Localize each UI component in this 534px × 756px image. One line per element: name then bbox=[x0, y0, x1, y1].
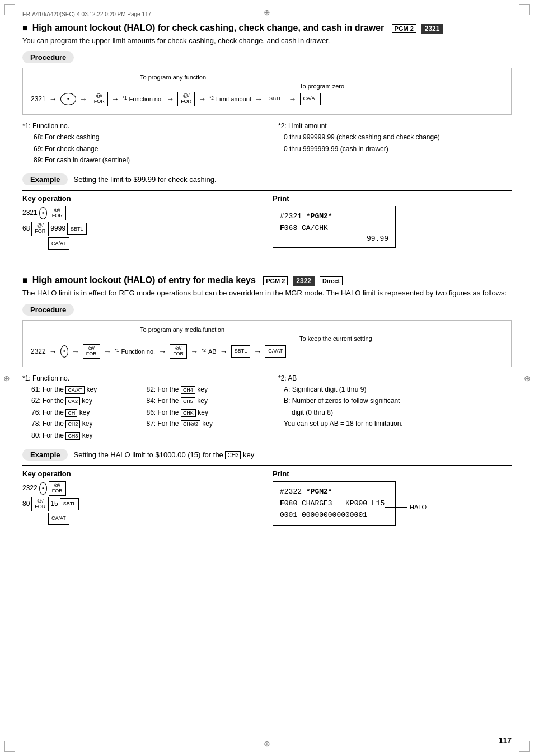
section2-note-l-i2: 62: For the CA2 key bbox=[31, 395, 141, 406]
flow1-arrow1: → bbox=[49, 95, 57, 104]
section2-ko-num3: 15 bbox=[50, 498, 58, 510]
section1-note-item1: 68: For check cashing bbox=[34, 132, 256, 143]
flow2-arrow2: → bbox=[72, 347, 79, 356]
section2-example-label: Example bbox=[22, 449, 68, 461]
flow1-star1: *1 bbox=[123, 95, 127, 103]
section2-badge-direct: Direct bbox=[320, 276, 343, 285]
section2-ko-row3: CA/AT bbox=[22, 513, 261, 525]
corner-br bbox=[519, 741, 530, 752]
corner-tr bbox=[519, 4, 530, 15]
flow1-arrow3: → bbox=[111, 95, 119, 104]
flow1-arrow7: → bbox=[289, 95, 297, 104]
flow2-ab-label: AB bbox=[208, 348, 217, 355]
section1-desc: You can program the upper limit amounts … bbox=[22, 36, 512, 45]
section2-note-r-items: A: Significant digit (1 thru 9) B: Numbe… bbox=[278, 384, 512, 430]
reg-mark-top: ⊕ bbox=[264, 8, 270, 17]
section2-note-l-i4: 78: For the CH2 key bbox=[31, 418, 141, 429]
flow1-arrow5: → bbox=[198, 95, 206, 104]
reg-mark-right: ⊕ bbox=[524, 374, 531, 383]
flow2-arrow6: → bbox=[220, 347, 228, 356]
section2-example-row: Example Setting the HALO limit to $1000.… bbox=[22, 449, 512, 461]
section1-ko-content: 2321 • @/ FOR 68 @/ FOR 9999 SBTL CA/AT bbox=[22, 206, 261, 250]
section2-receipt-line2: F080 CHARGE3 KP000 L15 bbox=[280, 498, 388, 510]
section1-print-title: Print bbox=[273, 194, 512, 203]
section1-notes-right: *2: Limit amount 0 thru 999999.99 (check… bbox=[278, 120, 512, 166]
section1-example-label: Example bbox=[22, 173, 68, 185]
section2-receipt-line1: #2322 *PGM2* bbox=[280, 486, 388, 498]
section1-ko-row2: 68 @/ FOR 9999 SBTL bbox=[22, 222, 261, 236]
section2-notes: *1: Function no. 61: For the CA/AT key 8… bbox=[22, 373, 512, 441]
flow1-for-key2: @/ FOR bbox=[177, 92, 195, 106]
flow1-for-key1: @/ FOR bbox=[91, 92, 108, 106]
reg-mark-left: ⊕ bbox=[3, 374, 10, 383]
section2-ko-row2: 80 @/ FOR 15 SBTL bbox=[22, 497, 261, 511]
section1-title: High amount lockout (HALO) for check cas… bbox=[22, 23, 512, 33]
section2-print-section: Print #2322 *PGM2* F080 CHARGE3 KP000 L1… bbox=[261, 465, 512, 526]
flow2-caat: CA/AT bbox=[265, 345, 286, 358]
section1-note-r-item2: 0 thru 9999999.99 (cash in drawer) bbox=[284, 143, 512, 154]
section1-note-r-item1: 0 thru 999999.99 (check cashing and chec… bbox=[284, 132, 512, 143]
flow1-func-label: Function no. bbox=[129, 96, 163, 102]
flow2-for-key1: @/ FOR bbox=[83, 344, 100, 359]
section2-flow: To program any media function To keep th… bbox=[22, 320, 512, 367]
flow2-arrow4: → bbox=[158, 347, 166, 356]
section2-badge-num: 2322 bbox=[293, 276, 315, 286]
flow2-arrow1: → bbox=[49, 347, 57, 356]
section1-badge-pgm: PGM 2 bbox=[392, 24, 416, 33]
section1-example-row: Example Setting the limit to $99.99 for … bbox=[22, 173, 512, 185]
section2-note-l-i3: 76: For the CH key bbox=[31, 407, 141, 418]
section1-receipt-line1: #2321 *PGM2* bbox=[280, 211, 388, 223]
section2-halo-annotation: HALO bbox=[385, 504, 427, 510]
section2-note-l-i9: 87: For the CH@2 key bbox=[147, 418, 256, 429]
section1-note-star2-items: 0 thru 999999.99 (check cashing and chec… bbox=[278, 132, 512, 154]
section2: High amount lockout (HALO) of entry for … bbox=[22, 275, 512, 527]
section1-ko-section: Key operation 2321 • @/ FOR 68 @/ FOR 99… bbox=[22, 190, 261, 251]
section2-ko-content: 2322 • @/ FOR 80 @/ FOR 15 SBTL CA/AT bbox=[22, 481, 261, 525]
section2-ko-title: Key operation bbox=[22, 469, 261, 478]
flow1-dot: • bbox=[60, 93, 76, 105]
section2-note-left-items: 61: For the CA/AT key 82: For the CH4 ke… bbox=[22, 384, 256, 441]
section2-note-r-i4: You can set up AB = 18 for no limitation… bbox=[284, 418, 512, 429]
section1-ko-row1: 2321 • @/ FOR bbox=[22, 206, 261, 220]
flow2-sbtl: SBTL bbox=[231, 345, 251, 358]
section2-procedure-label: Procedure bbox=[22, 304, 74, 316]
section1-notes-left: *1: Function no. 68: For check cashing 6… bbox=[22, 120, 256, 166]
section1-ko-num1: 2321 bbox=[22, 207, 38, 219]
flow2-star1: *1 bbox=[115, 348, 119, 355]
section1-note-star1-title: *1: Function no. bbox=[22, 120, 256, 132]
section1-ko-print: Key operation 2321 • @/ FOR 68 @/ FOR 99… bbox=[22, 190, 512, 251]
section2-ko-num1: 2322 bbox=[22, 482, 38, 495]
section2-ko-sbtl: SBTL bbox=[60, 498, 79, 510]
flow2-arrow3: → bbox=[104, 347, 111, 356]
flow2-arrow5: → bbox=[190, 347, 198, 356]
section1-title-text: High amount lockout (HALO) for check cas… bbox=[32, 23, 443, 33]
section1-title-main: High amount lockout (HALO) for check cas… bbox=[32, 23, 385, 32]
flow2-start-num: 2322 bbox=[31, 348, 46, 355]
section1-ko-dot1: • bbox=[39, 207, 47, 219]
flow1-arrow4: → bbox=[166, 95, 174, 104]
section2-receipt-line3: 0001 000000000000001 bbox=[280, 510, 388, 522]
flow2-for-key2: @/ FOR bbox=[170, 344, 187, 359]
section2-note-star1-title: *1: Function no. bbox=[22, 373, 256, 384]
section1-ko-row3: CA/AT bbox=[22, 237, 261, 250]
section1-procedure-label: Procedure bbox=[22, 51, 74, 63]
section2-ko-dot1: • bbox=[39, 482, 47, 495]
section1-flow-label2: To program zero bbox=[299, 83, 344, 90]
section2-title: High amount lockout (HALO) of entry for … bbox=[22, 275, 512, 285]
section2-note-star2-title: *2: AB bbox=[278, 373, 512, 384]
flow1-star2: *2 bbox=[209, 95, 214, 103]
section2-note-r-i3: digit (0 thru 8) bbox=[284, 407, 512, 418]
section1-ko-num2: 68 bbox=[22, 223, 30, 235]
section1-note-star1-items: 68: For check cashing 69: For check chan… bbox=[22, 132, 256, 166]
corner-tl bbox=[4, 4, 15, 15]
section1-ko-title: Key operation bbox=[22, 194, 261, 203]
flow1-start-num: 2321 bbox=[31, 95, 46, 103]
section2-note-l-i6: 82: For the CH4 key bbox=[147, 384, 256, 395]
flow2-star2: *2 bbox=[202, 348, 206, 355]
section1-receipt: #2321 *PGM2* F068 CA/CHK 99.99 bbox=[273, 206, 396, 248]
flow1-sbtl: SBTL bbox=[266, 93, 285, 105]
flow2-func-label: Function no. bbox=[121, 348, 156, 355]
section2-ko-for1: @/ FOR bbox=[49, 481, 66, 496]
page-number: 117 bbox=[499, 736, 512, 745]
section2-note-r-i1: A: Significant digit (1 thru 9) bbox=[284, 384, 512, 395]
